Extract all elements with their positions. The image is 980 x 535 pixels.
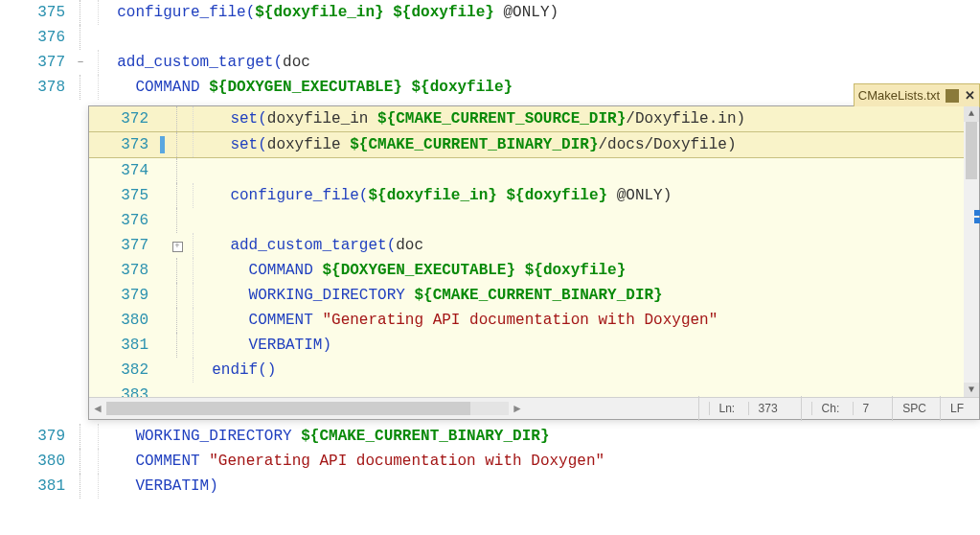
var: ${doxyfile}	[411, 79, 513, 96]
status-line: Ln: 373	[698, 396, 797, 421]
line-number: 378	[0, 75, 73, 100]
status-eol: LF	[940, 396, 973, 421]
line-number: 377	[89, 233, 156, 258]
horizontal-scrollbar[interactable]: ◄ ► Ln: 373 Ch: 7 SPC LF	[89, 397, 979, 419]
var: ${CMAKE_CURRENT_BINARY_DIR}	[301, 428, 549, 445]
scroll-track[interactable]	[106, 402, 509, 415]
line-number: 373	[89, 132, 156, 157]
document-titlebar[interactable]: CMakeLists.txt ✕	[854, 83, 980, 107]
line-number: 381	[0, 474, 73, 499]
line-number: 375	[0, 0, 73, 25]
fn: add_custom_target(	[117, 54, 283, 71]
change-marker	[156, 132, 170, 157]
document-body[interactable]: 372 set(doxyfile_in ${CMAKE_CURRENT_SOUR…	[89, 106, 964, 398]
line-number: 377	[0, 50, 73, 75]
line-number: 375	[89, 183, 156, 208]
scroll-thumb[interactable]	[966, 122, 977, 179]
line-number: 381	[89, 333, 156, 358]
line-number: 380	[0, 449, 73, 474]
line-number: 379	[89, 283, 156, 308]
kw: WORKING_DIRECTORY	[135, 428, 301, 445]
line-number: 378	[89, 258, 156, 283]
close-icon[interactable]: ✕	[965, 83, 975, 108]
kw: VERBATIM)	[135, 477, 217, 495]
scroll-up-icon[interactable]: ▲	[964, 106, 979, 122]
line-number: 379	[0, 424, 73, 449]
document-title: CMakeLists.txt	[858, 83, 940, 108]
change-marker	[156, 106, 170, 131]
embedded-document-window: CMakeLists.txt ✕ 372 set(doxyfile_in ${C…	[88, 105, 980, 420]
line-number: 382	[89, 358, 156, 383]
scroll-thumb[interactable]	[106, 402, 470, 415]
line-number: 376	[89, 208, 156, 233]
var: ${doxyfile}	[393, 4, 494, 21]
overview-marker	[974, 210, 980, 216]
status-column: Ch: 7	[801, 396, 889, 421]
pin-icon[interactable]	[946, 89, 959, 103]
status-indent: SPC	[892, 396, 936, 421]
status-bar: Ln: 373 Ch: 7 SPC LF	[698, 396, 979, 421]
fold-toggle[interactable]: +	[170, 233, 185, 258]
var: ${doxyfile_in}	[255, 4, 383, 21]
line-number: 372	[89, 106, 156, 131]
scroll-left-icon[interactable]: ◄	[89, 396, 106, 421]
scroll-right-icon[interactable]: ►	[509, 396, 526, 421]
line-number: 374	[89, 158, 156, 183]
fold-toggle[interactable]: −	[73, 50, 88, 75]
string: "Generating API documentation with Doxyg…	[209, 453, 604, 470]
line-number: 376	[0, 25, 73, 50]
kw: COMMAND	[135, 79, 209, 96]
fn: configure_file(	[117, 4, 255, 21]
vertical-scrollbar[interactable]: ▲ ▼	[964, 106, 979, 398]
var: ${DOXYGEN_EXECUTABLE}	[209, 79, 402, 96]
kw: COMMENT	[135, 453, 209, 470]
line-number: 380	[89, 308, 156, 333]
overview-marker	[974, 218, 980, 223]
